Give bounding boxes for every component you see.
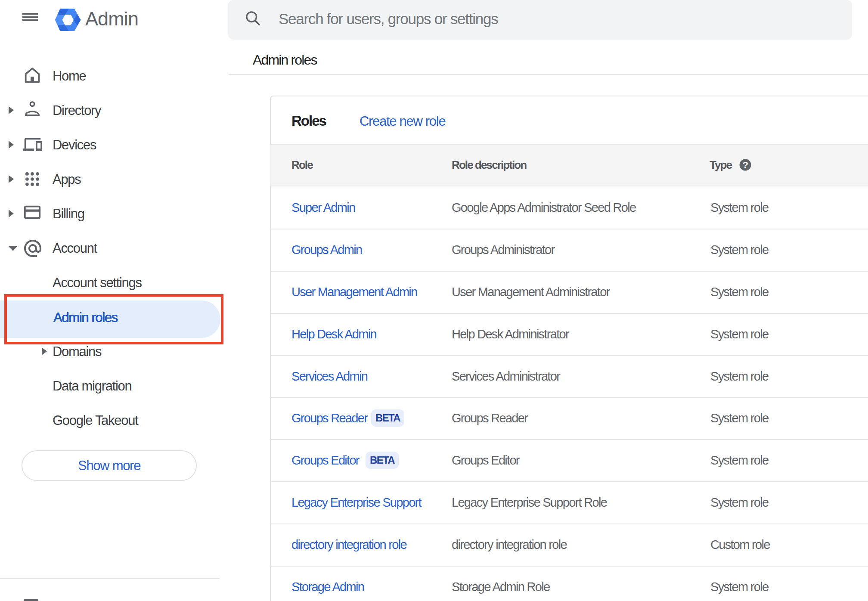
svg-text:?: ?: [743, 160, 748, 170]
